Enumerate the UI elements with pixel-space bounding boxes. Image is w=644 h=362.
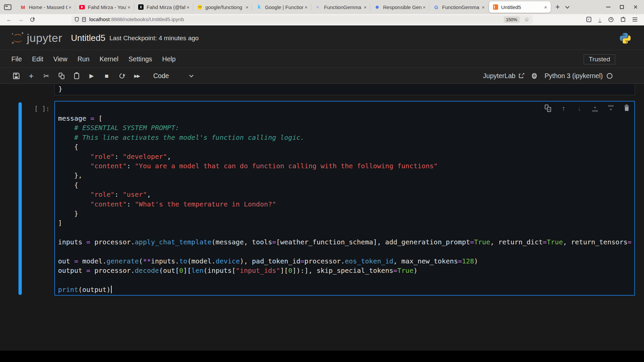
browser-tab[interactable]: Fahd Mirza - YouT×: [75, 0, 134, 14]
cell-input-prompt: [ ]:: [21, 105, 50, 112]
browser-url-bar: ← → localhost:8888/notebooks/Untitled5.i…: [0, 14, 644, 25]
interrupt-kernel-button[interactable]: ■: [101, 70, 113, 82]
tab-label: Fahd Mirza - YouT: [88, 4, 126, 10]
extension-shield-icon[interactable]: ✓: [586, 17, 591, 22]
downloads-icon[interactable]: ↓: [599, 16, 601, 22]
extensions-puzzle-icon[interactable]: [621, 17, 625, 22]
insert-cell-below-icon[interactable]: +: [607, 105, 614, 112]
close-window-button[interactable]: ✕: [633, 4, 638, 10]
restart-kernel-button[interactable]: [116, 70, 128, 82]
code-line: {: [58, 180, 632, 190]
menu-item-file[interactable]: File: [11, 55, 27, 63]
browser-tab[interactable]: kGoogle | Function×: [252, 0, 311, 14]
jupyter-notebook-page: jupyter Untitled5 Last Checkpoint: 4 min…: [0, 26, 644, 351]
list-tabs-icon[interactable]: [565, 4, 570, 9]
restart-run-all-button[interactable]: ▶▶: [131, 70, 143, 82]
notebook-content-area[interactable]: } [ ]: message = [ # ESSENTIAL SYSTEM PR…: [0, 84, 644, 351]
browser-window: MHome - Massed Co×Fahd Mirza - YouT×XFah…: [0, 0, 644, 351]
reload-icon[interactable]: [29, 16, 35, 22]
menu-item-kernel[interactable]: Kernel: [95, 55, 123, 63]
browser-tab[interactable]: google/functiong×: [193, 0, 252, 14]
menu-item-settings[interactable]: Settings: [123, 55, 157, 63]
tab-label: FunctionGemma -: [324, 4, 363, 10]
back-button[interactable]: ←: [3, 16, 15, 23]
kernel-status-icon: [607, 73, 612, 79]
cut-cell-button[interactable]: ✂: [40, 70, 52, 82]
browser-tab[interactable]: MHome - Massed Co×: [16, 0, 75, 14]
insert-cell-above-icon[interactable]: +: [591, 105, 599, 112]
browser-tab[interactable]: Untitled5×: [489, 1, 551, 13]
notebook-title[interactable]: Untitled5: [71, 33, 106, 43]
tab-close-icon[interactable]: ×: [481, 4, 486, 10]
firefox-view-icon[interactable]: [4, 4, 11, 10]
move-cell-up-icon[interactable]: ↑: [560, 105, 567, 112]
code-line: output = processor.decode(out[0][len(inp…: [58, 266, 632, 275]
chevrons-favicon-icon: »: [315, 4, 321, 10]
jupyter-logo-icon: [11, 31, 25, 45]
code-line: out = model.generate(**inputs.to(model.d…: [58, 256, 632, 266]
tab-close-icon[interactable]: ×: [543, 4, 548, 10]
chevron-down-icon[interactable]: [189, 73, 194, 77]
tab-close-icon[interactable]: ×: [363, 4, 368, 10]
browser-tab[interactable]: »FunctionGemma -×: [311, 0, 370, 14]
trusted-badge[interactable]: Trusted: [584, 54, 615, 64]
browser-tab[interactable]: GFunctionGemma r×: [429, 0, 488, 14]
app-menu-icon[interactable]: [633, 17, 637, 21]
tab-close-icon[interactable]: ×: [245, 4, 250, 10]
code-editor[interactable]: message = [ # ESSENTIAL SYSTEM PROMPT: #…: [55, 102, 634, 295]
tab-close-icon[interactable]: ×: [304, 4, 309, 10]
debugger-bug-icon[interactable]: [532, 73, 537, 79]
zoom-level-badge[interactable]: 150%: [504, 16, 520, 23]
run-cell-button[interactable]: ▶: [86, 70, 98, 82]
code-line: "role": "user",: [58, 190, 632, 199]
tracking-shield-icon[interactable]: [75, 17, 79, 22]
tab-close-icon[interactable]: ×: [126, 4, 131, 10]
jupyter-logo[interactable]: jupyter: [11, 31, 62, 45]
move-cell-down-icon[interactable]: ↓: [576, 105, 583, 112]
kernel-name[interactable]: Python 3 (ipykernel): [545, 72, 603, 80]
minimize-button[interactable]: [606, 7, 610, 7]
browser-tab[interactable]: Responsible Gene×: [370, 0, 429, 14]
code-line: inputs = processor.apply_chat_template(m…: [58, 237, 632, 247]
maximize-button[interactable]: [620, 5, 624, 9]
youtube-favicon-icon: [79, 5, 85, 9]
code-line: message = [: [58, 114, 632, 123]
jupyter-favicon-icon: [493, 4, 498, 10]
play-icon: ▶: [89, 72, 94, 79]
url-text: localhost:8888/notebooks/Untitled5.ipynb: [89, 16, 184, 22]
restart-icon: [118, 72, 125, 79]
menu-item-help[interactable]: Help: [157, 55, 181, 63]
x-favicon-icon: X: [138, 4, 144, 10]
browser-tab[interactable]: XFahd Mirza (@fah×: [134, 0, 193, 14]
google-favicon-icon: G: [433, 4, 439, 10]
menu-item-edit[interactable]: Edit: [27, 55, 48, 63]
insert-cell-button[interactable]: +: [25, 70, 37, 82]
duplicate-cell-icon[interactable]: +: [544, 105, 551, 112]
checkpoint-status: Last Checkpoint: 4 minutes ago: [109, 35, 199, 42]
cell-type-dropdown[interactable]: Code: [153, 72, 169, 80]
browser-extension-icons: ✓ ↓: [586, 16, 641, 22]
previous-cell-text: }: [58, 85, 62, 93]
active-code-cell[interactable]: message = [ # ESSENTIAL SYSTEM PROMPT: #…: [54, 101, 635, 296]
address-field[interactable]: localhost:8888/notebooks/Untitled5.ipynb…: [71, 15, 533, 24]
previous-cell-partial[interactable]: }: [54, 84, 635, 95]
cell-selection-bar[interactable]: [18, 102, 22, 295]
copy-cell-button[interactable]: [55, 70, 67, 82]
tab-label: Fahd Mirza (@fah: [147, 4, 185, 10]
page-info-icon[interactable]: [82, 17, 86, 22]
open-jupyterlab-link[interactable]: JupyterLab: [483, 72, 515, 80]
tab-close-icon[interactable]: ×: [422, 4, 427, 10]
forward-button[interactable]: →: [15, 16, 26, 23]
account-icon[interactable]: [608, 17, 613, 22]
code-line: [58, 247, 632, 256]
bookmark-star-icon[interactable]: ☆: [524, 16, 529, 23]
menu-item-view[interactable]: View: [48, 55, 72, 63]
external-link-icon[interactable]: ↗: [519, 74, 523, 78]
save-button[interactable]: [10, 70, 22, 82]
tab-close-icon[interactable]: ×: [185, 4, 191, 10]
menu-item-run[interactable]: Run: [72, 55, 95, 63]
tab-close-icon[interactable]: ×: [67, 4, 72, 10]
new-tab-button[interactable]: +: [555, 3, 560, 11]
paste-cell-button[interactable]: [70, 70, 83, 82]
delete-cell-icon[interactable]: [623, 105, 630, 112]
